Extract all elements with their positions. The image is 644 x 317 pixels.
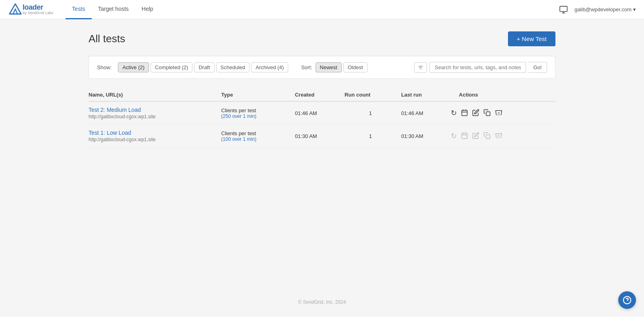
row1-created: 01:46 AM bbox=[295, 101, 345, 125]
filter-tabs: Active (2) Completed (2) Draft Scheduled… bbox=[118, 62, 288, 72]
col-name: Name, URL(s) bbox=[89, 89, 221, 101]
page-title: All tests bbox=[89, 33, 125, 45]
tests-table: Name, URL(s) Type Created Run count Last… bbox=[89, 89, 555, 148]
sort-newest-button[interactable]: Newest bbox=[316, 62, 342, 72]
row2-copy-icon bbox=[483, 132, 491, 140]
row2-type-cell: Clients per test (100 over 1 min) bbox=[221, 125, 295, 148]
nav-target-hosts[interactable]: Target hosts bbox=[92, 0, 135, 19]
row1-name-link[interactable]: Test 2: Medium Load bbox=[89, 107, 141, 113]
table-row: Test 1: Low Load http://galibxcloud-cgox… bbox=[89, 125, 555, 148]
col-created: Created bbox=[295, 89, 345, 101]
row2-edit-icon bbox=[472, 132, 479, 140]
row2-name-link[interactable]: Test 1: Low Load bbox=[89, 130, 131, 136]
filter-tab-draft[interactable]: Draft bbox=[194, 62, 214, 72]
row2-actions-cell: ↻ bbox=[451, 125, 555, 148]
brand-loader-label: loader bbox=[23, 4, 54, 12]
navbar: loader by SendGrid Labs Tests Target hos… bbox=[0, 0, 644, 19]
row2-actions: ↻ bbox=[451, 132, 551, 140]
brand-logo[interactable]: loader by SendGrid Labs bbox=[8, 2, 54, 17]
nav-right: galib@wpdeveloper.com ▾ bbox=[559, 5, 636, 14]
row1-run-count: 1 bbox=[345, 101, 401, 125]
row2-created: 01:30 AM bbox=[295, 125, 345, 148]
row2-rerun-icon: ↻ bbox=[451, 132, 457, 140]
row2-archive-icon bbox=[495, 132, 503, 140]
loader-logo-icon bbox=[8, 2, 23, 17]
row2-run-count: 1 bbox=[345, 125, 401, 148]
filter-tab-archived[interactable]: Archived (4) bbox=[251, 62, 288, 72]
search-go-button[interactable]: Go! bbox=[528, 62, 547, 73]
row2-name-cell: Test 1: Low Load http://galibxcloud-cgox… bbox=[89, 125, 221, 148]
filter-icon-button[interactable] bbox=[414, 62, 427, 73]
row1-actions-cell: ↻ bbox=[451, 101, 555, 125]
filter-tab-scheduled[interactable]: Scheduled bbox=[216, 62, 250, 72]
row1-copy-icon[interactable] bbox=[483, 109, 491, 117]
col-type: Type bbox=[221, 89, 295, 101]
row1-type-detail: (250 over 1 min) bbox=[221, 113, 290, 119]
row1-url: http://galibxcloud-cgox.wp1.site bbox=[89, 114, 217, 119]
brand-sub-label: by SendGrid Labs bbox=[23, 11, 54, 15]
sort-section: Sort: Newest Oldest bbox=[301, 62, 367, 72]
show-label: Show: bbox=[97, 64, 111, 70]
row2-schedule-icon bbox=[461, 132, 468, 140]
row1-type-label: Clients per test bbox=[221, 107, 290, 113]
search-section: Go! bbox=[414, 62, 547, 73]
col-run-count: Run count bbox=[345, 89, 401, 101]
help-circle-icon bbox=[623, 296, 632, 305]
row1-last-run: 01:46 AM bbox=[401, 101, 451, 125]
col-last-run: Last run bbox=[401, 89, 451, 101]
nav-help[interactable]: Help bbox=[135, 0, 160, 19]
chat-icon bbox=[559, 5, 568, 14]
svg-rect-8 bbox=[486, 111, 490, 115]
brand-text: loader by SendGrid Labs bbox=[23, 4, 54, 16]
svg-rect-13 bbox=[486, 134, 490, 138]
chat-icon-button[interactable] bbox=[559, 5, 568, 14]
row1-schedule-icon[interactable] bbox=[461, 109, 468, 117]
user-email: galib@wpdeveloper.com bbox=[574, 6, 632, 12]
row2-last-run: 01:30 AM bbox=[401, 125, 451, 148]
filter-tab-completed[interactable]: Completed (2) bbox=[151, 62, 192, 72]
chevron-down-icon: ▾ bbox=[633, 6, 636, 12]
filter-tab-active[interactable]: Active (2) bbox=[118, 62, 149, 72]
table-row: Test 2: Medium Load http://galibxcloud-c… bbox=[89, 101, 555, 125]
row2-type-label: Clients per test bbox=[221, 130, 290, 136]
row1-edit-icon[interactable] bbox=[472, 109, 479, 117]
row1-archive-icon[interactable] bbox=[495, 109, 503, 117]
footer-text: © SendGrid, Inc. 2024 bbox=[298, 299, 346, 305]
search-input[interactable] bbox=[429, 62, 526, 73]
svg-rect-9 bbox=[462, 133, 467, 139]
svg-rect-4 bbox=[462, 110, 467, 116]
new-test-button[interactable]: + New Test bbox=[508, 31, 555, 46]
row2-url: http://galibxcloud-cgox.wp1.site bbox=[89, 137, 217, 142]
col-actions: Actions bbox=[451, 89, 555, 101]
row1-rerun-icon[interactable]: ↻ bbox=[451, 109, 457, 117]
footer: © SendGrid, Inc. 2024 bbox=[0, 291, 644, 313]
row1-type-cell: Clients per test (250 over 1 min) bbox=[221, 101, 295, 125]
table-header: Name, URL(s) Type Created Run count Last… bbox=[89, 89, 555, 101]
table-body: Test 2: Medium Load http://galibxcloud-c… bbox=[89, 101, 555, 148]
row1-name-cell: Test 2: Medium Load http://galibxcloud-c… bbox=[89, 101, 221, 125]
sort-oldest-button[interactable]: Oldest bbox=[343, 62, 367, 72]
filter-bar: Show: Active (2) Completed (2) Draft Sch… bbox=[89, 56, 555, 79]
user-menu[interactable]: galib@wpdeveloper.com ▾ bbox=[574, 6, 636, 12]
sort-label: Sort: bbox=[301, 64, 312, 70]
svg-rect-1 bbox=[560, 6, 567, 11]
row1-actions: ↻ bbox=[451, 109, 551, 117]
main-content: All tests + New Test Show: Active (2) Co… bbox=[80, 19, 564, 164]
nav-tests[interactable]: Tests bbox=[66, 0, 92, 19]
row2-type-detail: (100 over 1 min) bbox=[221, 136, 290, 142]
page-header: All tests + New Test bbox=[89, 31, 555, 46]
filter-icon bbox=[418, 65, 423, 70]
help-bubble-button[interactable] bbox=[618, 291, 636, 309]
nav-links: Tests Target hosts Help bbox=[66, 0, 160, 19]
